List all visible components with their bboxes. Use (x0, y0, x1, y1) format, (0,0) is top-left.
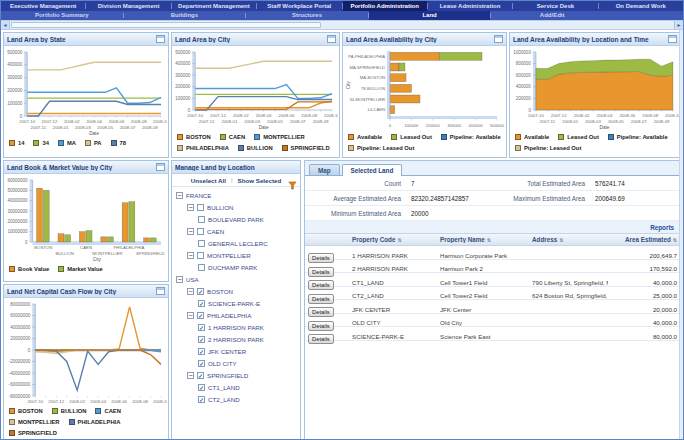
maximize-icon[interactable] (156, 35, 165, 43)
tree-node-jfk-center[interactable]: ✓JFK CENTER (172, 345, 300, 357)
checkbox-unchecked[interactable] (197, 204, 204, 211)
checkbox-checked[interactable]: ✓ (197, 288, 204, 295)
tree-node-bullion[interactable]: −BULLION (172, 201, 300, 213)
cell-address: 624 Boston Rd, Springfield, MA (529, 292, 608, 299)
unselect-all-button[interactable]: Unselect All (191, 177, 226, 184)
tree-node-springfield[interactable]: −✓SPRINGFIELD (172, 369, 300, 381)
property-code-header[interactable]: Property Code⇅ (349, 236, 437, 243)
tree-node-2-harrison-park[interactable]: ✓2 HARRISON PARK (172, 333, 300, 345)
checkbox-checked[interactable]: ✓ (198, 300, 205, 307)
tab-staff-workplace-portal[interactable]: Staff Workplace Portal (257, 1, 341, 11)
tree-node-philadelphia[interactable]: −✓PHILADELPHIA (172, 309, 300, 321)
checkbox-unchecked[interactable] (197, 252, 204, 259)
reports-link[interactable]: Reports (650, 224, 674, 231)
scroll-left-arrow-icon[interactable]: ◄ (1, 21, 10, 29)
maximize-icon[interactable] (668, 35, 677, 43)
checkbox-unchecked[interactable] (197, 228, 204, 235)
collapse-icon[interactable]: − (176, 276, 183, 283)
property-name-header[interactable]: Property Name⇅ (437, 236, 529, 243)
checkbox-checked[interactable]: ✓ (198, 396, 205, 403)
tree-node-boston[interactable]: −✓BOSTON (172, 285, 300, 297)
area-estimated-header[interactable]: Area Estimated⇅ (608, 236, 680, 243)
scroll-thumb[interactable] (11, 22, 321, 28)
collapse-icon[interactable]: − (187, 252, 194, 259)
checkbox-checked[interactable]: ✓ (198, 360, 205, 367)
tab-selected-land[interactable]: Selected Land (342, 164, 403, 176)
sort-icon[interactable]: ⇅ (673, 237, 677, 243)
tree-node-usa[interactable]: −USA (172, 273, 300, 285)
show-selected-button[interactable]: Show Selected (238, 177, 282, 184)
tree-node-general-leclerc[interactable]: GENERAL LECLERC (172, 237, 300, 249)
tab-lease-administration[interactable]: Lease Administration (428, 1, 512, 11)
tree-node-caen[interactable]: −CAEN (172, 225, 300, 237)
collapse-icon[interactable]: − (187, 312, 194, 319)
sort-icon[interactable]: ⇅ (559, 237, 563, 243)
maximize-icon[interactable] (156, 287, 165, 295)
checkbox-unchecked[interactable] (198, 216, 205, 223)
tab-service-desk[interactable]: Service Desk (513, 1, 597, 11)
filter-icon[interactable] (288, 176, 297, 194)
horizontal-scrollbar[interactable]: ◄ ► (1, 20, 683, 30)
subtab-buildings[interactable]: Buildings (124, 11, 246, 20)
legend-label: SPRINGFIELD (18, 430, 57, 436)
checkbox-unchecked[interactable] (198, 240, 205, 247)
tree-node-montpellier[interactable]: −MONTPELLIER (172, 249, 300, 261)
checkbox-checked[interactable]: ✓ (197, 312, 204, 319)
chart-legend: AvailableLeased OutPipeline: AvailablePi… (343, 131, 506, 154)
svg-text:300000: 300000 (447, 123, 462, 128)
checkbox-checked[interactable]: ✓ (197, 372, 204, 379)
legend-swatch (608, 134, 614, 140)
tree-node-1-harrison-park[interactable]: ✓1 HARRISON PARK (172, 321, 300, 333)
chart-legend: Book ValueMarket Value (4, 263, 168, 275)
vertical-scrollbar[interactable] (679, 30, 683, 439)
legend-swatch (177, 134, 183, 140)
tree-node-science-park-e[interactable]: ✓SCIENCE-PARK-E (172, 297, 300, 309)
tab-executive-management[interactable]: Executive Management (1, 1, 85, 11)
tree-node-old-city[interactable]: ✓OLD CITY (172, 357, 300, 369)
subtab-add-edit[interactable]: Add/Edit (491, 11, 613, 20)
subtab-structures[interactable]: Structures (246, 11, 368, 20)
collapse-icon[interactable]: − (187, 204, 194, 211)
cell-area: 25,000.0 (608, 292, 680, 299)
tree-node-ct1-land[interactable]: ✓CT1_LAND (172, 381, 300, 393)
collapse-icon[interactable]: − (187, 228, 194, 235)
collapse-icon[interactable]: − (187, 372, 194, 379)
legend-label: CAEN (229, 134, 245, 140)
legend-item-book-value: Book Value (9, 264, 49, 274)
tab-on-demand-work[interactable]: On Demand Work (599, 1, 683, 11)
cell-code: CT1_LAND (349, 279, 437, 286)
maximize-icon[interactable] (494, 35, 503, 43)
scroll-track[interactable] (10, 21, 674, 29)
table-header-row: Property Code⇅ Property Name⇅ Address⇅ A… (305, 233, 680, 246)
tree-node-ct2-land[interactable]: ✓CT2_LAND (172, 393, 300, 405)
checkbox-checked[interactable]: ✓ (198, 324, 205, 331)
maximize-icon[interactable] (156, 163, 165, 171)
tab-map[interactable]: Map (309, 164, 340, 175)
collapse-icon[interactable]: − (176, 192, 183, 199)
subtab-portfolio-summary[interactable]: Portfolio Summary (1, 11, 123, 20)
sort-icon[interactable]: ⇅ (487, 237, 491, 243)
tab-department-management[interactable]: Department Management (172, 1, 256, 11)
address-header[interactable]: Address⇅ (529, 236, 608, 243)
legend-label: Leased Out (400, 134, 432, 140)
tree-node-boulevard-park[interactable]: BOULEVARD PARK (172, 213, 300, 225)
checkbox-checked[interactable]: ✓ (198, 384, 205, 391)
sort-icon[interactable]: ⇅ (397, 237, 401, 243)
tree-node-france[interactable]: −FRANCE (172, 189, 300, 201)
checkbox-checked[interactable]: ✓ (198, 336, 205, 343)
details-button[interactable]: Details (308, 334, 334, 344)
cell-name: Old City (437, 319, 529, 326)
checkbox-checked[interactable]: ✓ (198, 348, 205, 355)
checkbox-unchecked[interactable] (198, 264, 205, 271)
tree-node-duchamp-park[interactable]: DUCHAMP PARK (172, 261, 300, 273)
maximize-icon[interactable] (327, 35, 336, 43)
collapse-icon[interactable]: − (187, 288, 194, 295)
tab-portfolio-administration[interactable]: Portfolio Administration (343, 1, 427, 11)
svg-text:2007-11: 2007-11 (199, 119, 215, 124)
tab-division-management[interactable]: Division Management (86, 1, 170, 11)
legend-label: MA (67, 140, 76, 146)
subtab-land[interactable]: Land (369, 11, 491, 20)
location-tree: −FRANCE−BULLIONBOULEVARD PARK−CAENGENERA… (172, 187, 300, 439)
scroll-right-arrow-icon[interactable]: ► (674, 21, 683, 29)
svg-text:400000: 400000 (516, 84, 532, 89)
